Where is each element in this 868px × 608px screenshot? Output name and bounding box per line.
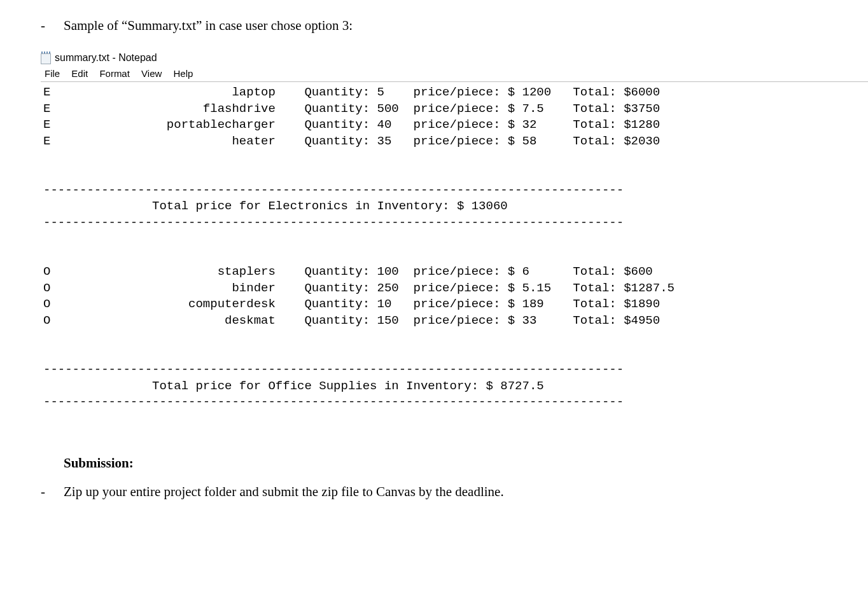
- notepad-menubar: File Edit Format View Help: [41, 67, 868, 82]
- notepad-titlebar: summary.txt - Notepad: [41, 52, 868, 64]
- menu-format[interactable]: Format: [97, 67, 136, 80]
- menu-file[interactable]: File: [42, 67, 66, 80]
- menu-view[interactable]: View: [139, 67, 168, 80]
- submission-heading: Submission:: [64, 455, 868, 471]
- submission-bullet-row: - Zip up your entire project folder and …: [41, 484, 868, 500]
- intro-text: Sample of “Summary.txt” in case user cho…: [64, 18, 353, 34]
- notepad-window: summary.txt - Notepad File Edit Format V…: [41, 52, 868, 411]
- document-page: - Sample of “Summary.txt” in case user c…: [0, 0, 868, 608]
- menu-edit[interactable]: Edit: [69, 67, 94, 80]
- intro-bullet-row: - Sample of “Summary.txt” in case user c…: [41, 18, 868, 34]
- submission-text: Zip up your entire project folder and su…: [64, 484, 504, 500]
- bullet-dash: -: [41, 18, 64, 34]
- menu-help[interactable]: Help: [171, 67, 199, 80]
- notepad-title: summary.txt - Notepad: [55, 52, 157, 64]
- notepad-content[interactable]: E laptop Quantity: 5 price/piece: $ 1200…: [41, 82, 868, 411]
- notepad-icon: [41, 52, 51, 64]
- bullet-dash: -: [41, 484, 64, 500]
